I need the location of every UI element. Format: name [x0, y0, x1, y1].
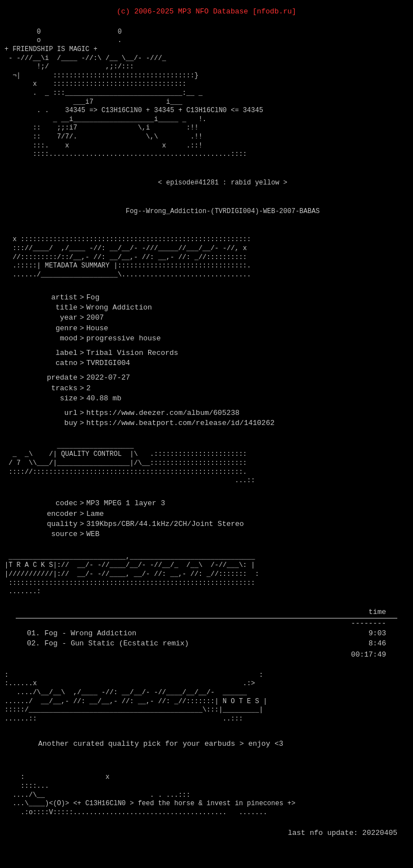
meta-key-title: title [27, 303, 77, 313]
meta-val-buy: https://www.beatport.com/release/id/1410… [86, 418, 274, 428]
quality-quality: quality > 319Kbps/CBR/44.1kHz/2CH/Joint … [27, 519, 409, 529]
meta-val-size: 40.88 mb [86, 394, 121, 404]
episode-text: < episode#41281 : rabid yellow > [158, 179, 287, 187]
meta-key-catno: catno [27, 358, 77, 368]
episode-line: < episode#41281 : rabid yellow > [4, 170, 409, 196]
last-update: last nfo update: 20220405 [4, 828, 409, 838]
tracks-banner-ascii: _____________________________,__________… [4, 544, 409, 605]
meta-key-buy: buy [27, 418, 77, 428]
meta-key-artist: artist [27, 293, 77, 303]
notes-text-container: Another curated quality pick for your ea… [4, 735, 409, 754]
meta-url: url > https://www.deezer.com/album/60523… [27, 408, 409, 418]
track-1-time: 9:03 [369, 629, 386, 639]
meta-val-label: Tribal Vision Records [86, 348, 178, 358]
quality-val-quality: 319Kbps/CBR/44.1kHz/2CH/Joint Stereo [86, 519, 244, 529]
tracks-table: time -------- 01. Fog - Wrong Addiction … [16, 607, 397, 660]
meta-val-mood: progressive house [86, 334, 161, 344]
meta-key-genre: genre [27, 324, 77, 334]
friendship-text: + FRIENDSHIP IS MAGIC + [4, 45, 98, 53]
meta-buy: buy > https://www.beatport.com/release/i… [27, 418, 409, 428]
quality-banner-ascii: ___________________ _ _\ /| QUALITY CONT… [4, 433, 409, 494]
quality-val-encoder: Lame [86, 509, 104, 519]
table-row: 02. Fog - Gun Static (Ecstatic remix) 8:… [16, 639, 397, 649]
banner-top-ascii: x ::::::::::::::::::::::::::::::::::::::… [4, 227, 409, 288]
quality-val-source: WEB [86, 529, 99, 539]
meta-val-url: https://www.deezer.com/album/605238 [86, 408, 240, 418]
meta-catno: catno > TVRDIGI004 [27, 358, 409, 368]
meta-mood: mood > progressive house [27, 334, 409, 344]
meta-key-size: size [27, 394, 77, 404]
last-update-text: last nfo update: 20220405 [288, 829, 397, 837]
table-row: 01. Fog - Wrong Addiction 9:03 [16, 629, 397, 639]
meta-key-predate: predate [27, 373, 77, 383]
quality-encoder: encoder > Lame [27, 509, 409, 519]
meta-key-tracks: tracks [27, 384, 77, 394]
meta-val-genre: House [86, 324, 108, 334]
meta-key-label: label [27, 348, 77, 358]
meta-val-year: 2007 [86, 313, 104, 323]
meta-key-mood: mood [27, 334, 77, 344]
meta-val-predate: 2022-07-27 [86, 373, 130, 383]
track-2-title: 02. Fog - Gun Static (Ecstatic remix) [27, 639, 189, 649]
track-1-title: 01. Fog - Wrong Addiction [27, 629, 136, 639]
release-name: Fog--Wrong_Addiction-(TVRDIGI004)-WEB-20… [4, 198, 409, 225]
meta-val-title: Wrong Addiction [86, 303, 152, 313]
friendship-ascii: 0 0 o . + FRIENDSHIP IS MAGIC + - -///__… [4, 19, 409, 168]
meta-year: year > 2007 [27, 313, 409, 323]
meta-title: title > Wrong Addiction [27, 303, 409, 313]
quality-codec: codec > MP3 MPEG 1 layer 3 [27, 498, 409, 509]
meta-genre: genre > House [27, 324, 409, 334]
tracks-total: 00:17:49 [16, 650, 397, 660]
meta-artist: artist > Fog [27, 293, 409, 303]
quality-val-codec: MP3 MPEG 1 layer 3 [86, 498, 165, 509]
footer-ascii: : x ::::... ..../\__ . . ...::: ...\____… [4, 756, 409, 826]
notes-text: Another curated quality pick for your ea… [38, 740, 283, 748]
quality-source: source > WEB [27, 529, 409, 539]
quality-key-source: source [27, 529, 77, 539]
meta-predate: predate > 2022-07-27 [27, 373, 409, 383]
tracks-time-header: time [369, 607, 386, 617]
quality-key-quality: quality [27, 519, 77, 529]
meta-tracks: tracks > 2 [27, 384, 409, 394]
metadata-section: artist > Fog title > Wrong Addiction yea… [27, 293, 409, 428]
tracks-total-time: 00:17:49 [351, 650, 386, 660]
tracks-header: time [16, 607, 397, 618]
meta-val-tracks: 2 [86, 384, 91, 394]
meta-label: label > Tribal Vision Records [27, 348, 409, 358]
meta-size: size > 40.88 mb [27, 394, 409, 404]
meta-val-artist: Fog [86, 293, 99, 303]
quality-key-codec: codec [27, 498, 77, 509]
quality-section: codec > MP3 MPEG 1 layer 3 encoder > Lam… [27, 498, 409, 539]
footer-chemical: <+ C13H16ClN0 > feed the horse & invest … [73, 800, 295, 807]
meta-key-url: url [27, 408, 77, 418]
track-2-time: 8:46 [369, 639, 386, 649]
meta-key-year: year [27, 313, 77, 323]
quality-key-encoder: encoder [27, 509, 77, 519]
header-title: (c) 2006-2025 MP3 NFO Database [nfodb.ru… [4, 7, 409, 17]
meta-val-catno: TVRDIGI004 [86, 358, 130, 368]
page-container: (c) 2006-2025 MP3 NFO Database [nfodb.ru… [0, 4, 413, 841]
release-name-text: Fog--Wrong_Addiction-(TVRDIGI004)-WEB-20… [126, 207, 320, 215]
notes-banner-ascii: : : :......x .:> ..../\__/__\ ,/____ -//… [4, 662, 409, 732]
